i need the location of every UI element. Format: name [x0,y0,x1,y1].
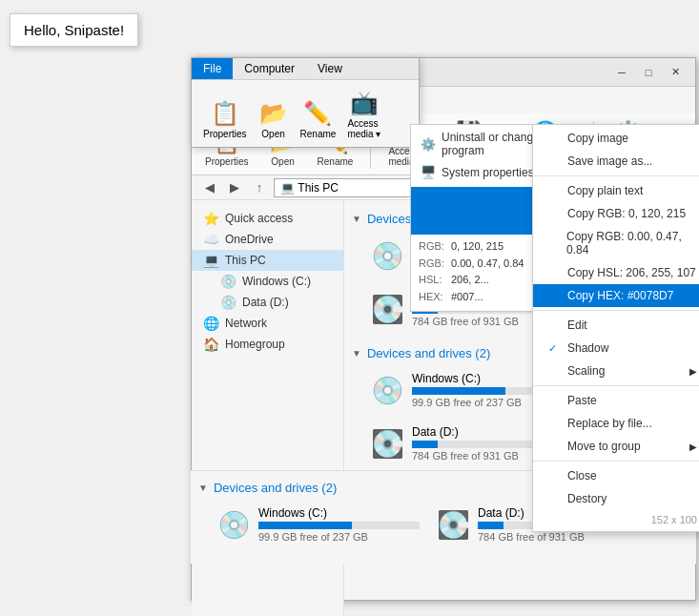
address-text: This PC [298,181,339,195]
bottom-drive-info-c: Windows (C:) 99.9 GB free of 237 GB [258,506,420,543]
float-open-btn[interactable]: 📂 Open [255,96,293,141]
ctx-copy-rgb1[interactable]: Copy RGB: 0, 120, 215 [533,202,699,225]
float-tab-view[interactable]: View [306,58,354,79]
ctx-destory-label: Destory [567,492,606,505]
ctx-copy-image-label: Copy image [567,132,628,145]
ctx-close[interactable]: Close [533,464,699,487]
ctx-copy-rgb2[interactable]: Copy RGB: 0.00, 0.47, 0.84 [533,225,699,261]
computer-icon: 💻 [203,253,219,268]
ctx-move-group[interactable]: Move to group ▶ [533,435,699,458]
float-access-media-btn[interactable]: 📺 Accessmedia ▾ [343,86,384,141]
title-bar-controls: ─ □ ✕ [609,63,688,82]
float-rename-icon: ✏️ [302,98,333,129]
arrow-move-group: ▶ [689,441,697,452]
ctx-copy-image[interactable]: Copy image [533,127,699,150]
ctx-destory[interactable]: Destory [533,487,699,510]
arrow-1: ▼ [352,214,361,224]
bottom-bar-c [258,522,352,529]
disc-icon-c: 💿 [220,274,236,289]
bottom-bar-d [478,522,504,529]
bottom-arrow: ▼ [198,483,208,493]
ctx-copy-hex[interactable]: Copy HEX: #0078D7 [533,284,699,307]
float-access-media-icon: 📺 [349,88,380,118]
bottom-bar-container-c [258,522,420,529]
ctx-sep-2 [533,310,699,311]
ctx-shadow[interactable]: ✓ Shadow [533,337,699,359]
ctx-shadow-label: Shadow [567,341,608,355]
network-label: Network [225,317,267,330]
sidebar-item-network[interactable]: 🌐 Network [192,313,343,334]
float-properties-btn[interactable]: 📋 Properties [199,96,251,141]
drive-icon-d2: 💽 [371,428,404,460]
rename-label: Rename [318,156,354,167]
ctx-edit[interactable]: Edit [533,314,699,337]
drive-bar-d2 [412,441,438,448]
uninstall-icon: ⚙️ [421,137,436,152]
close-button[interactable]: ✕ [663,63,688,82]
bottom-size-d: 784 GB free of 931 GB [478,531,639,543]
windows-c-label: Windows (C:) [242,275,311,288]
ctx-copy-plain-label: Copy plain text [567,184,643,197]
ctx-close-label: Close [567,469,597,483]
open-label: Open [271,156,294,167]
forward-button[interactable]: ▶ [224,177,245,198]
bottom-drive-c[interactable]: 💿 Windows (C:) 99.9 GB free of 237 GB [214,503,423,546]
star-icon: ⭐ [203,211,219,226]
onedrive-label: OneDrive [225,233,274,246]
sidebar-item-windows-c[interactable]: 💿 Windows (C:) [192,271,343,292]
data-d-label: Data (D:) [242,296,289,309]
snipaste-text: Hello, Snipaste! [24,22,124,38]
ctx-sep-1 [533,175,699,176]
sidebar-item-homegroup[interactable]: 🏠 Homegroup [192,334,343,355]
devices-drives-title-2: Devices and drives (2) [367,346,490,360]
disc-icon-d: 💿 [220,295,236,310]
sidebar-item-this-pc[interactable]: 💻 This PC [192,250,343,271]
ctx-copy-plain[interactable]: Copy plain text [533,179,699,202]
bottom-drive-icon-d: 💽 [437,509,470,541]
cloud-icon: ☁️ [203,232,219,247]
drive-icon-c2: 💿 [371,375,404,406]
up-button[interactable]: ↑ [249,177,270,198]
ctx-paste-label: Paste [567,394,597,407]
maximize-button[interactable]: □ [636,63,661,82]
homegroup-label: Homegroup [225,338,285,351]
drive-icon-c1: 💿 [371,240,404,272]
home-icon: 🏠 [203,337,219,352]
bottom-drives-title: Devices and drives (2) [214,481,337,495]
float-open-label: Open [261,129,284,139]
bottom-drive-name-c: Windows (C:) [258,506,420,520]
minimize-button[interactable]: ─ [609,63,634,82]
quick-access-label: Quick access [225,212,293,225]
float-ribbon-tabs: File Computer View [192,58,419,80]
float-tab-file[interactable]: File [192,58,233,79]
sidebar-item-onedrive[interactable]: ☁️ OneDrive [192,229,343,250]
sidebar-item-quick-access[interactable]: ⭐ Quick access [192,208,343,229]
ctx-save-image[interactable]: Save image as... [533,150,699,173]
ctx-replace[interactable]: Replace by file... [533,412,699,435]
back-button[interactable]: ◀ [199,177,220,198]
properties-label: Properties [205,156,249,167]
ctx-copy-hsl[interactable]: Copy HSL: 206, 255, 107 [533,261,699,284]
float-properties-icon: 📋 [210,98,240,129]
float-tab-computer[interactable]: Computer [233,58,306,79]
ctx-save-image-label: Save image as... [567,154,652,168]
ctx-move-group-label: Move to group [567,440,641,453]
system-props-icon: 🖥️ [421,165,436,179]
ctx-paste[interactable]: Paste [533,389,699,412]
ctx-sep-3 [533,385,699,386]
this-pc-label: This PC [225,254,266,267]
arrow-scaling: ▶ [689,366,697,377]
float-properties-label: Properties [203,129,247,139]
ctx-copy-hex-label: Copy HEX: #0078D7 [567,289,673,302]
float-rename-btn[interactable]: ✏️ Rename [297,96,340,141]
address-icon: 💻 [280,181,295,195]
snipaste-label: Hello, Snipaste! [10,13,138,47]
bottom-drive-icon-c: 💿 [217,509,251,541]
context-menu: Copy image Save image as... Copy plain t… [532,124,699,532]
sidebar-item-data-d[interactable]: 💿 Data (D:) [192,292,343,313]
ctx-copy-rgb2-label: Copy RGB: 0.00, 0.47, 0.84 [566,230,697,257]
network-icon: 🌐 [203,316,219,331]
ctx-sep-4 [533,461,699,462]
ctx-scaling[interactable]: Scaling ▶ [533,359,699,382]
ctx-size-label: 152 x 100 [533,510,699,529]
